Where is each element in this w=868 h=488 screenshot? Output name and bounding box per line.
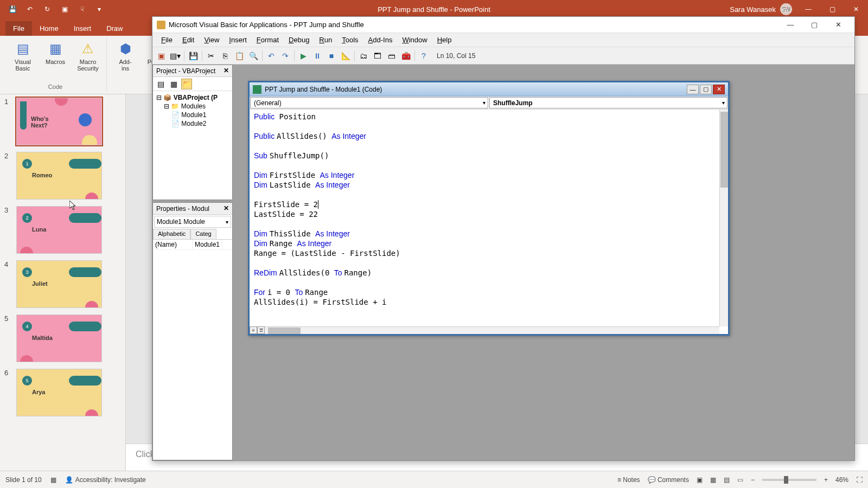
view-object-icon[interactable]: ▦: [168, 79, 179, 89]
vbe-save-icon[interactable]: 💾: [188, 50, 199, 61]
tree-module2[interactable]: 📄 Module2: [156, 119, 229, 128]
vbe-minimize-icon[interactable]: —: [778, 17, 802, 33]
vbe-copy-icon[interactable]: ⎘: [220, 50, 231, 61]
code-titlebar[interactable]: PPT Jump and Shuffle - Module1 (Code) — …: [250, 82, 728, 97]
props-tab-alphabetic[interactable]: Alphabetic: [153, 229, 190, 239]
slide-thumb-2[interactable]: 21Romeo: [0, 149, 125, 203]
vbe-break-icon[interactable]: ⏸: [312, 50, 323, 61]
redo-icon[interactable]: ↻: [42, 4, 52, 14]
slide-thumb-6[interactable]: 65Arya: [0, 365, 125, 420]
code-close-icon[interactable]: ✕: [713, 85, 725, 94]
code-scrollbar-vertical[interactable]: [719, 110, 728, 326]
vbe-menu-format[interactable]: Format: [252, 35, 283, 45]
status-accessibility[interactable]: Accessibility: Investigate: [75, 476, 146, 484]
project-tree[interactable]: ⊟ 📦 VBAProject (P ⊟ 📁 Modules 📄 Module1 …: [153, 91, 232, 200]
proc-view-icon[interactable]: ≡: [250, 326, 257, 334]
vbe-run-icon[interactable]: ▶: [298, 50, 309, 61]
props-tab-categorized[interactable]: Categ: [190, 229, 216, 239]
tab-insert[interactable]: Insert: [66, 21, 99, 36]
props-pane-title[interactable]: Properties - Modul ✕: [153, 203, 232, 215]
view-slideshow-icon[interactable]: ▭: [737, 476, 743, 484]
vbe-design-icon[interactable]: 📐: [340, 50, 351, 61]
slide-panel[interactable]: 1Who'sNext?21Romeo32Luna43Juliet54Maltid…: [0, 94, 126, 471]
minimize-icon[interactable]: —: [796, 0, 820, 18]
vbe-menu-help[interactable]: Help: [433, 35, 456, 45]
addins-button[interactable]: ⬢ Add- ins: [111, 39, 139, 72]
project-pane-close-icon[interactable]: ✕: [221, 66, 231, 75]
props-row[interactable]: (Name) Module1: [153, 240, 232, 250]
ribbon-options-icon[interactable]: ▭: [773, 0, 796, 18]
props-grid[interactable]: (Name) Module1: [153, 240, 232, 460]
macro-security-button[interactable]: ⚠ Macro Security: [74, 39, 102, 72]
qat-dropdown-icon[interactable]: ▾: [94, 4, 104, 14]
code-object-combo[interactable]: (General): [250, 97, 488, 108]
props-pane-close-icon[interactable]: ✕: [221, 203, 231, 213]
tab-home[interactable]: Home: [32, 21, 66, 36]
tree-modules-folder[interactable]: ⊟ 📁 Modules: [156, 102, 229, 111]
code-minimize-icon[interactable]: —: [687, 85, 699, 94]
save-icon[interactable]: 💾: [8, 4, 17, 14]
vbe-project-icon[interactable]: 🗂: [358, 50, 369, 61]
slide-thumb-4[interactable]: 43Juliet: [0, 257, 125, 311]
vbe-menu-run[interactable]: Run: [315, 35, 336, 45]
vbe-menu-add-ins[interactable]: Add-Ins: [364, 35, 397, 45]
tab-file[interactable]: File: [5, 21, 32, 36]
view-normal-icon[interactable]: ▣: [697, 476, 703, 484]
vbe-reset-icon[interactable]: ■: [326, 50, 337, 61]
slide-thumb-5[interactable]: 54Maltida: [0, 311, 125, 365]
vbe-browser-icon[interactable]: 🗃: [386, 50, 397, 61]
comments-button[interactable]: 💬 Comments: [648, 476, 689, 484]
close-icon[interactable]: ✕: [844, 0, 868, 18]
maximize-icon[interactable]: ▢: [820, 0, 844, 18]
vbe-view-icon[interactable]: ▣: [156, 50, 167, 61]
vbe-insert-icon[interactable]: ▤▾: [170, 50, 181, 61]
vbe-help-icon[interactable]: ?: [418, 50, 429, 61]
zoom-in-icon[interactable]: +: [824, 476, 828, 484]
zoom-slider[interactable]: [762, 479, 816, 481]
vbe-menu-debug[interactable]: Debug: [284, 35, 314, 45]
accessibility-icon[interactable]: 👤: [65, 476, 73, 484]
fit-icon[interactable]: ⛶: [856, 476, 863, 484]
code-scrollbar-horizontal[interactable]: [257, 326, 719, 334]
vbe-properties-icon[interactable]: 🗔: [372, 50, 383, 61]
macros-button[interactable]: ▦ Macros: [41, 39, 69, 72]
visual-basic-button[interactable]: ▤ Visual Basic: [9, 39, 37, 72]
view-code-icon[interactable]: ▤: [155, 79, 166, 89]
vbe-find-icon[interactable]: 🔍: [248, 50, 259, 61]
tree-module1[interactable]: 📄 Module1: [156, 111, 229, 119]
code-maximize-icon[interactable]: ▢: [700, 85, 712, 94]
tree-root[interactable]: ⊟ 📦 VBAProject (P: [156, 93, 229, 102]
touch-icon[interactable]: ☟: [77, 4, 87, 14]
tab-draw[interactable]: Draw: [99, 21, 130, 36]
code-proc-combo[interactable]: ShuffleJump: [489, 97, 727, 108]
vbe-toolbox-icon[interactable]: 🧰: [400, 50, 411, 61]
vbe-paste-icon[interactable]: 📋: [234, 50, 245, 61]
vbe-menu-tools[interactable]: Tools: [337, 35, 362, 45]
vbe-titlebar[interactable]: Microsoft Visual Basic for Applications …: [152, 17, 854, 33]
view-sorter-icon[interactable]: ▦: [710, 476, 716, 484]
vbe-menu-window[interactable]: Window: [398, 35, 431, 45]
toggle-folders-icon[interactable]: 📁: [181, 79, 192, 89]
vbe-menu-insert[interactable]: Insert: [225, 35, 251, 45]
vbe-redo-icon[interactable]: ↷: [280, 50, 291, 61]
project-pane-title[interactable]: Project - VBAProject ✕: [153, 65, 232, 77]
view-reading-icon[interactable]: ▤: [724, 476, 730, 484]
vbe-close-icon[interactable]: ✕: [826, 17, 850, 33]
props-object-combo[interactable]: Module1 Module: [154, 216, 231, 228]
slide-thumb-3[interactable]: 32Luna: [0, 203, 125, 257]
zoom-out-icon[interactable]: −: [751, 476, 755, 484]
status-layout-icon[interactable]: ▦: [50, 476, 56, 484]
vbe-cut-icon[interactable]: ✂: [206, 50, 216, 61]
code-editor[interactable]: Public Position Public AllSlides() As In…: [250, 110, 728, 334]
notes-button[interactable]: ≡ Notes: [617, 476, 640, 484]
vbe-undo-icon[interactable]: ↶: [266, 50, 277, 61]
zoom-value[interactable]: 46%: [835, 476, 848, 484]
slide-thumb-1[interactable]: 1Who'sNext?: [0, 94, 125, 149]
undo-icon[interactable]: ↶: [25, 4, 35, 14]
vbe-menu-view[interactable]: View: [200, 35, 224, 45]
vbe-menu-edit[interactable]: Edit: [178, 35, 199, 45]
full-view-icon[interactable]: ☰: [257, 326, 265, 334]
vbe-maximize-icon[interactable]: ▢: [802, 17, 826, 33]
vbe-menu-file[interactable]: File: [157, 35, 177, 45]
present-icon[interactable]: ▣: [60, 4, 69, 14]
